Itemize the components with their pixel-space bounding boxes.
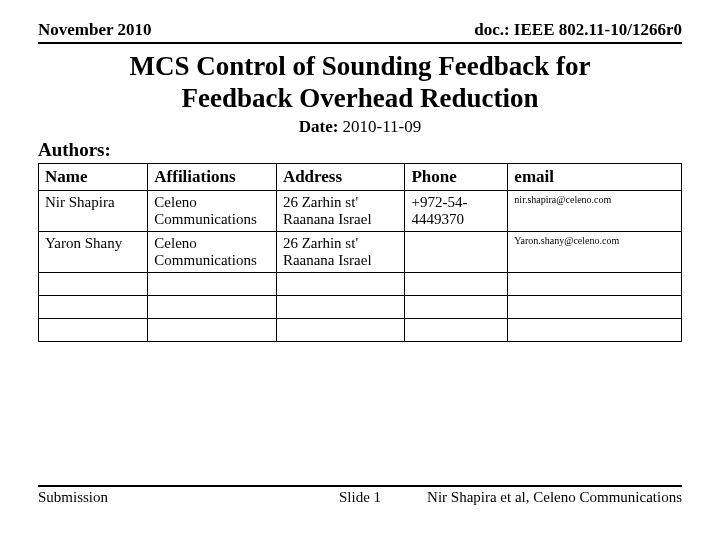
table-row	[39, 272, 682, 295]
header-doc-id: doc.: IEEE 802.11-10/1266r0	[474, 20, 682, 40]
cell-affiliations	[148, 295, 277, 318]
cell-name	[39, 318, 148, 341]
table-row	[39, 295, 682, 318]
col-header-affiliations: Affiliations	[148, 163, 277, 190]
col-header-email: email	[508, 163, 682, 190]
footer-right: Nir Shapira et al, Celeno Communications	[427, 489, 682, 506]
authors-table: Name Affiliations Address Phone email Ni…	[38, 163, 682, 342]
cell-name	[39, 272, 148, 295]
cell-address	[276, 318, 405, 341]
cell-email: Yaron.shany@celeno.com	[508, 231, 682, 272]
date-line: Date: 2010-11-09	[38, 117, 682, 137]
header-bar: November 2010 doc.: IEEE 802.11-10/1266r…	[38, 20, 682, 44]
footer-bar: Submission Slide 1 Nir Shapira et al, Ce…	[38, 485, 682, 506]
cell-name: Yaron Shany	[39, 231, 148, 272]
col-header-address: Address	[276, 163, 405, 190]
page-title: MCS Control of Sounding Feedback for Fee…	[38, 50, 682, 115]
cell-affiliations	[148, 318, 277, 341]
table-row: Nir Shapira Celeno Communications 26 Zar…	[39, 190, 682, 231]
date-value: 2010-11-09	[343, 117, 422, 136]
cell-phone	[405, 295, 508, 318]
cell-email	[508, 295, 682, 318]
cell-email	[508, 318, 682, 341]
cell-address	[276, 295, 405, 318]
date-label: Date:	[299, 117, 339, 136]
title-line-2: Feedback Overhead Reduction	[38, 82, 682, 114]
table-header-row: Name Affiliations Address Phone email	[39, 163, 682, 190]
cell-name	[39, 295, 148, 318]
footer-left: Submission	[38, 489, 108, 506]
col-header-name: Name	[39, 163, 148, 190]
cell-affiliations: Celeno Communications	[148, 231, 277, 272]
cell-address: 26 Zarhin st' Raanana Israel	[276, 231, 405, 272]
title-line-1: MCS Control of Sounding Feedback for	[38, 50, 682, 82]
cell-name: Nir Shapira	[39, 190, 148, 231]
cell-email: nir.shapira@celeno.com	[508, 190, 682, 231]
cell-address: 26 Zarhin st' Raanana Israel	[276, 190, 405, 231]
cell-affiliations: Celeno Communications	[148, 190, 277, 231]
table-row	[39, 318, 682, 341]
col-header-phone: Phone	[405, 163, 508, 190]
cell-phone: +972-54-4449370	[405, 190, 508, 231]
cell-phone	[405, 318, 508, 341]
table-row: Yaron Shany Celeno Communications 26 Zar…	[39, 231, 682, 272]
cell-affiliations	[148, 272, 277, 295]
cell-address	[276, 272, 405, 295]
cell-phone	[405, 231, 508, 272]
cell-email	[508, 272, 682, 295]
authors-heading: Authors:	[38, 139, 682, 161]
header-date: November 2010	[38, 20, 151, 40]
cell-phone	[405, 272, 508, 295]
